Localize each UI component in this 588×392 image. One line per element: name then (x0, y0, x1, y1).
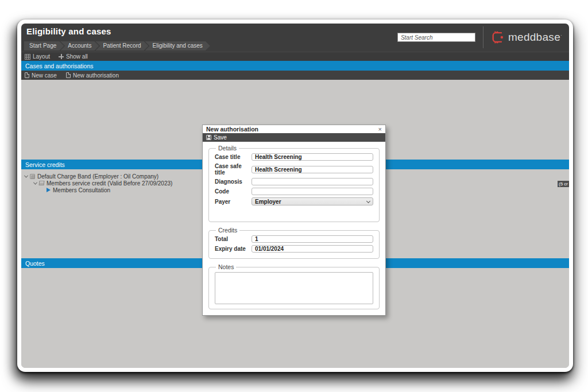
total-row: Total (215, 235, 373, 243)
case-title-label: Case title (215, 154, 252, 160)
case-title-field[interactable] (252, 153, 373, 161)
layout-label: Layout (33, 53, 50, 60)
charge-band-icon (30, 174, 35, 179)
new-authorisation-doc-icon (66, 72, 71, 78)
quotes-section-title: Quotes (25, 260, 45, 267)
screenshot-stage: Eligibility and cases Start Page Account… (0, 0, 588, 392)
total-label: Total (215, 236, 252, 242)
page-title: Eligibility and cases (26, 26, 111, 36)
cases-section-title: Cases and authorisations (25, 63, 94, 69)
brand-text: meddbase· (508, 31, 562, 44)
code-field[interactable] (252, 188, 373, 195)
new-case-doc-icon (25, 72, 29, 78)
diagnosis-label: Diagnosis (215, 178, 252, 185)
dialog-title: New authorisation (206, 126, 258, 133)
show-all-label: Show all (66, 53, 88, 60)
case-title-row: Case title (215, 153, 373, 161)
details-legend: Details (216, 145, 239, 152)
tree-row-label: Members service credit (Valid Before 27/… (47, 180, 172, 187)
payer-selected-value: Employer (255, 199, 281, 205)
total-field[interactable] (252, 235, 373, 243)
header-right: meddbase· (397, 28, 562, 47)
code-label: Code (215, 188, 252, 195)
tree-row-label: Members Consultation (53, 187, 110, 193)
service-triangle-icon (47, 188, 51, 192)
show-all-button[interactable]: Show all (59, 53, 88, 60)
diagnosis-field[interactable] (252, 178, 373, 185)
service-credits-section-title: Service credits (25, 161, 65, 168)
credits-fieldset: Credits Total Expiry date (208, 227, 380, 259)
notes-textarea[interactable] (215, 272, 373, 304)
breadcrumb-start-page[interactable]: Start Page (24, 41, 64, 51)
layout-grid-icon (25, 54, 30, 60)
breadcrumb-accounts[interactable]: Accounts (60, 41, 99, 51)
header-divider (483, 26, 483, 48)
brand-logo: meddbase· (491, 30, 562, 44)
plus-icon (59, 54, 64, 59)
credits-count-badge: (5 cr (558, 181, 569, 187)
search-input[interactable] (397, 33, 475, 42)
notes-fieldset: Notes (208, 263, 380, 309)
dialog-body: Details Case title Case safe title Diagn… (203, 142, 385, 315)
section-header-cases: Cases and authorisations (21, 61, 569, 71)
breadcrumb-patient-record[interactable]: Patient Record (95, 41, 148, 51)
close-icon[interactable]: × (378, 126, 382, 132)
expiry-date-row: Expiry date (215, 245, 373, 253)
case-safe-title-field[interactable] (252, 166, 373, 173)
dialog-save-toolbar: Save (203, 133, 385, 142)
meddbase-logo-icon (491, 30, 505, 44)
cases-action-bar: New case New authorisation (21, 71, 569, 80)
notes-legend: Notes (216, 263, 236, 270)
details-fieldset: Details Case title Case safe title Diagn… (208, 145, 380, 222)
new-authorisation-label: New authorisation (73, 72, 119, 79)
new-case-button[interactable]: New case (25, 72, 57, 79)
dialog-titlebar: New authorisation × (203, 125, 385, 133)
case-safe-title-label: Case safe title (215, 163, 252, 176)
payer-select[interactable]: Employer (252, 197, 373, 205)
new-case-label: New case (32, 72, 57, 79)
app-header: Eligibility and cases Start Page Account… (21, 24, 569, 52)
diagnosis-row: Diagnosis (215, 178, 373, 185)
credits-legend: Credits (216, 227, 239, 234)
save-icon (206, 135, 211, 140)
code-row: Code (215, 188, 373, 195)
payer-label: Payer (215, 199, 252, 205)
payer-row: Payer Employer (215, 197, 373, 205)
service-credit-icon (39, 181, 45, 185)
tree-row-label: Default Charge Band (Employer : Oil Comp… (37, 173, 158, 180)
layout-toolbar: Layout Show all (21, 52, 569, 61)
expiry-date-field[interactable] (252, 245, 373, 253)
breadcrumb: Start Page Accounts Patient Record Eligi… (24, 41, 207, 51)
chevron-down-icon[interactable] (33, 180, 37, 184)
brand-trademark: · (560, 33, 562, 38)
save-button[interactable]: Save (214, 134, 227, 141)
new-authorisation-dialog: New authorisation × Save Details Case ti… (202, 125, 386, 316)
layout-button[interactable]: Layout (25, 53, 50, 60)
breadcrumb-eligibility-and-cases[interactable]: Eligibility and cases (145, 41, 210, 51)
case-safe-title-row: Case safe title (215, 163, 373, 176)
chevron-down-icon (366, 199, 370, 203)
new-authorisation-button[interactable]: New authorisation (66, 72, 119, 79)
expiry-date-label: Expiry date (215, 246, 252, 252)
chevron-down-icon[interactable] (24, 173, 28, 177)
